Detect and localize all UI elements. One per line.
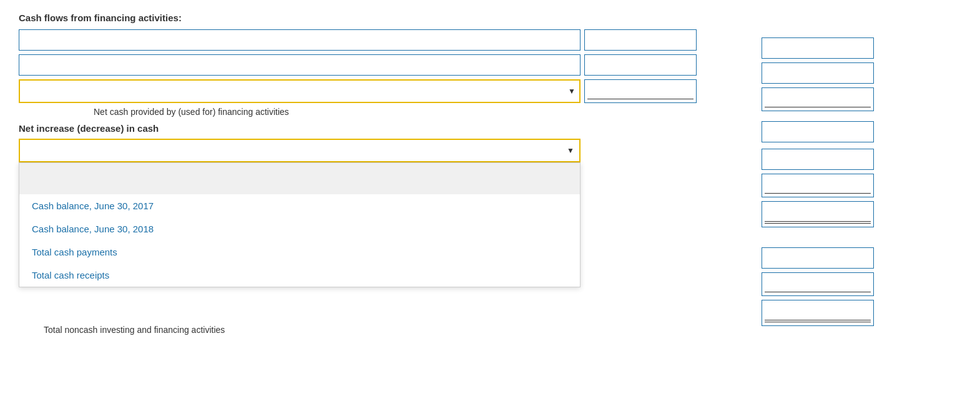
financing-input-3-narrow[interactable] [584, 79, 697, 103]
right-box-lower-1[interactable] [762, 247, 874, 269]
dropdown-empty-top [19, 163, 580, 194]
total-noncash-row: Total noncash investing and financing ac… [19, 325, 980, 335]
net-cash-financing-label: Net cash provided by (used for) financin… [94, 107, 289, 117]
right-spacer [762, 231, 874, 244]
dropdown-option-2[interactable]: Cash balance, June 30, 2018 [19, 217, 580, 240]
net-increase-dropdown[interactable]: ▼ [19, 139, 581, 162]
right-box-double-underline-1[interactable] [762, 201, 874, 227]
financing-input-1-narrow[interactable] [584, 29, 697, 51]
net-increase-dropdown-container: ▼ Cash balance, June 30, 2017 Cash balan… [19, 139, 581, 162]
financing-dropdown-3[interactable] [19, 79, 581, 103]
right-box-net-increase[interactable] [762, 149, 874, 170]
dropdown-option-4[interactable]: Total cash receipts [19, 264, 580, 287]
right-input-column [762, 37, 874, 326]
right-box-lower-double-underline[interactable] [762, 300, 874, 326]
financing-dropdown-container: ▼ [19, 79, 581, 103]
dropdown-option-3[interactable]: Total cash payments [19, 240, 580, 264]
dropdown-option-1[interactable]: Cash balance, June 30, 2017 [19, 194, 580, 217]
section-title-financing: Cash flows from financing activities: [19, 12, 980, 23]
net-increase-dropdown-arrow: ▼ [567, 146, 574, 155]
right-box-net-cash-financing[interactable] [762, 121, 874, 142]
right-box-3-underline[interactable] [762, 87, 874, 111]
financing-input-2-wide[interactable] [19, 54, 581, 76]
right-box-lower-underline[interactable] [762, 272, 874, 296]
financing-input-2-narrow[interactable] [584, 54, 697, 76]
right-box-1[interactable] [762, 37, 874, 59]
total-noncash-label: Total noncash investing and financing ac… [44, 325, 225, 335]
right-box-2[interactable] [762, 62, 874, 84]
dropdown-open-list: Cash balance, June 30, 2017 Cash balance… [19, 162, 581, 287]
financing-input-1-wide[interactable] [19, 29, 581, 51]
right-box-underline-2[interactable] [762, 174, 874, 197]
